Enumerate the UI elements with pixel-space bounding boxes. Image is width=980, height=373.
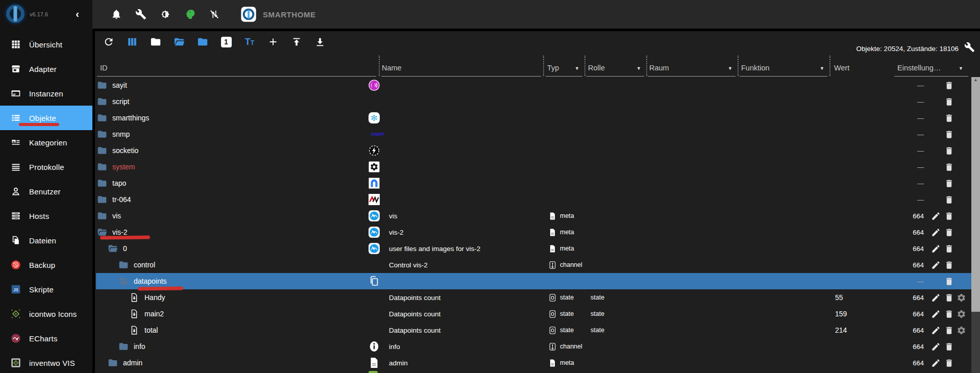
delete-icon[interactable] — [943, 240, 954, 257]
delete-icon[interactable] — [943, 191, 954, 208]
tree-row-smartthings[interactable]: smartthings— — [96, 110, 971, 126]
sidebar-item-protokolle[interactable]: Protokolle — [0, 155, 92, 179]
delete-icon[interactable] — [943, 77, 954, 93]
folder-icon[interactable] — [97, 142, 107, 159]
file-lock-icon[interactable] — [129, 306, 139, 322]
tree-row-total[interactable]: totalDatapoints countstatestate214664 — [96, 322, 971, 338]
tree-row-socketio[interactable]: socketio— — [96, 142, 971, 159]
sidebar-item-uebersicht[interactable]: Übersicht — [0, 32, 92, 57]
filter-underline-name[interactable] — [381, 76, 541, 77]
folder-icon[interactable] — [108, 355, 118, 371]
edit-icon[interactable] — [930, 208, 941, 224]
acl-value[interactable]: 664 — [898, 224, 924, 240]
delete-icon[interactable] — [943, 257, 954, 273]
delete-icon[interactable] — [943, 355, 954, 371]
column-resize-handle[interactable] — [584, 56, 585, 76]
sync-off-icon[interactable] — [209, 9, 220, 20]
folder-view-button[interactable] — [197, 36, 208, 47]
edit-icon[interactable] — [930, 322, 941, 338]
folder-open-icon[interactable] — [118, 273, 129, 289]
tree-row-datapoints[interactable]: datapoints— — [96, 273, 971, 289]
filter-underline-funktion[interactable] — [740, 76, 827, 77]
delete-icon[interactable] — [943, 224, 954, 240]
sidebar-item-kategorien[interactable]: Kategorien — [0, 130, 92, 155]
chevron-down-icon[interactable]: ▼ — [636, 66, 641, 71]
column-resize-handle[interactable] — [738, 56, 739, 76]
column-settings-wrench-icon[interactable] — [964, 42, 975, 53]
sidebar-item-skripte[interactable]: JSSkripte — [0, 277, 92, 302]
settings-wrench-icon[interactable] — [135, 9, 146, 20]
file-lock-icon[interactable] — [129, 322, 139, 338]
acl-value[interactable]: 664 — [898, 257, 924, 273]
edit-icon[interactable] — [930, 355, 941, 371]
collapse-all-button[interactable] — [150, 36, 161, 47]
tree-row-vis-2[interactable]: vis-2vis-2meta664 — [96, 224, 971, 240]
tree-row-vis[interactable]: visvismeta664 — [96, 208, 971, 224]
delete-icon[interactable] — [943, 306, 954, 322]
delete-icon[interactable] — [943, 175, 954, 191]
edit-icon[interactable] — [930, 306, 941, 322]
delete-icon[interactable] — [943, 273, 954, 289]
column-header-raum[interactable]: Raum — [649, 64, 669, 72]
tree-row-info[interactable]: infoinfochannel664 — [96, 338, 971, 355]
folder-icon[interactable] — [97, 208, 107, 224]
delete-icon[interactable] — [943, 142, 954, 159]
acl-value[interactable]: 664 — [898, 306, 924, 322]
gear-icon[interactable] — [955, 322, 967, 338]
folder-open-icon[interactable] — [108, 240, 118, 257]
acl-value[interactable]: 664 — [898, 289, 924, 306]
tree-row-tapo[interactable]: tapo— — [96, 175, 971, 191]
delete-icon[interactable] — [943, 126, 954, 142]
tree-row-tr-064[interactable]: tr-064— — [96, 191, 971, 208]
collapse-sidebar-icon[interactable]: ‹ — [76, 9, 79, 19]
file-lock-icon[interactable] — [129, 289, 139, 306]
delete-icon[interactable] — [943, 110, 954, 126]
edit-icon[interactable] — [930, 257, 941, 273]
sidebar-item-inventwo-vis[interactable]: inventwo VIS — [0, 351, 92, 373]
acl-value[interactable]: 664 — [898, 338, 924, 355]
expand-all-button[interactable] — [174, 36, 185, 47]
sidebar-item-benutzer[interactable]: Benutzer — [0, 179, 92, 204]
sidebar-item-icontwo[interactable]: icontwo Icons — [0, 302, 92, 326]
sidebar-item-dateien[interactable]: Dateien — [0, 228, 92, 253]
folder-icon[interactable] — [97, 77, 107, 93]
tree-row-0[interactable]: 0user files and images for vis-2meta664 — [96, 240, 971, 257]
edit-icon[interactable] — [930, 240, 941, 257]
edit-icon[interactable] — [930, 224, 941, 240]
edit-icon[interactable] — [930, 289, 941, 306]
acl-value[interactable]: 664 — [898, 355, 924, 371]
tree-row-sayit[interactable]: sayit— — [96, 77, 971, 93]
folder-icon[interactable] — [118, 257, 129, 273]
chevron-down-icon[interactable]: ▼ — [575, 66, 579, 71]
gear-icon[interactable] — [955, 306, 967, 322]
folder-icon[interactable] — [97, 159, 107, 175]
sidebar-item-instanzen[interactable]: Instanzen — [0, 81, 92, 106]
acl-value[interactable]: 664 — [898, 322, 924, 338]
gear-icon[interactable] — [955, 289, 967, 306]
column-resize-handle[interactable] — [379, 56, 380, 76]
sidebar-item-objekte[interactable]: Objekte — [0, 106, 92, 130]
tree-row-snmp[interactable]: snmpSNMP— — [96, 126, 971, 142]
delete-icon[interactable] — [943, 159, 954, 175]
tree-row-script[interactable]: script— — [96, 93, 971, 110]
sidebar-item-backup[interactable]: Backup — [0, 253, 92, 277]
edit-icon[interactable] — [930, 338, 941, 355]
upload-button[interactable] — [291, 36, 302, 47]
filter-underline-typ[interactable] — [546, 76, 582, 77]
columns-button[interactable] — [127, 36, 138, 47]
delete-icon[interactable] — [943, 208, 954, 224]
tree-row-Handy[interactable]: HandyDatapoints countstatestate55664 — [96, 289, 971, 306]
vertical-scrollbar[interactable]: ▲ — [971, 77, 980, 373]
column-header-name[interactable]: Name — [382, 64, 402, 72]
chevron-down-icon[interactable]: ▼ — [728, 66, 732, 71]
filter-underline-id[interactable] — [97, 76, 376, 77]
column-header-wert[interactable]: Wert — [834, 64, 849, 72]
sidebar-item-echarts[interactable]: ECharts — [0, 326, 92, 351]
expert-mode-icon[interactable] — [184, 9, 195, 20]
scrollbar-up-icon[interactable]: ▲ — [971, 78, 980, 82]
column-header-typ[interactable]: Typ — [547, 64, 559, 72]
chevron-down-icon[interactable]: ▼ — [820, 66, 824, 71]
tree-row-control[interactable]: controlControl vis-2channel664 — [96, 257, 971, 273]
delete-icon[interactable] — [943, 93, 954, 110]
download-button[interactable] — [314, 36, 326, 47]
